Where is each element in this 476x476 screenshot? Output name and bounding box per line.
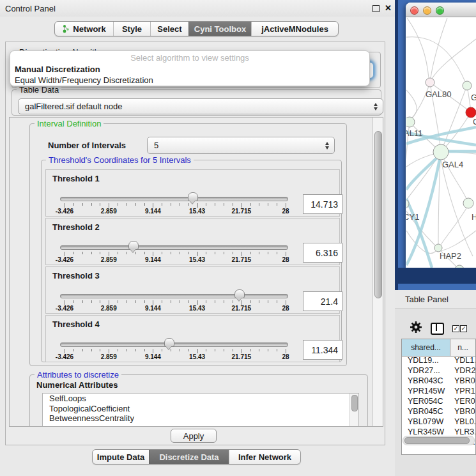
- slider-tick: [109, 349, 109, 353]
- network-window-titlebar: [406, 3, 476, 17]
- slider-tick: [153, 252, 153, 256]
- slider-tick: [215, 252, 215, 254]
- slider-tick: [259, 349, 259, 351]
- number-of-intervals-combobox[interactable]: 5: [147, 137, 335, 154]
- slider-tick: [162, 203, 162, 206]
- tab-cyni-toolbox[interactable]: Cyni Toolbox: [188, 22, 251, 36]
- table-row[interactable]: YBL079WYBL0...: [402, 417, 475, 427]
- attribute-list-item[interactable]: BetweennessCentrality: [43, 413, 358, 424]
- slider-tick: [171, 252, 171, 254]
- slider-tick: [118, 349, 118, 351]
- slider-tick: [215, 349, 215, 351]
- table-row[interactable]: YER054CYER0...: [402, 397, 475, 407]
- attribute-list-item[interactable]: TopologicalCoefficient: [43, 404, 358, 414]
- mac-close-button[interactable]: [410, 6, 418, 15]
- network-edge: [431, 18, 447, 78]
- scrollbar-thumb[interactable]: [351, 395, 358, 411]
- slider-tick: [73, 203, 74, 206]
- slider-thumb[interactable]: [128, 241, 139, 250]
- table-row[interactable]: YDL19...YDL1...: [402, 356, 475, 366]
- threshold-label: Threshold 2: [52, 222, 100, 232]
- tab-jactivemnodules[interactable]: jActiveMNodules: [251, 22, 338, 36]
- network-canvas[interactable]: GAL80GACGAL11GAL4GCY1HHAP2: [406, 18, 476, 268]
- gear-icon[interactable]: [409, 320, 423, 334]
- dropdown-option-manual[interactable]: Manual Discretization: [15, 65, 100, 74]
- tab-style[interactable]: Style: [113, 22, 150, 36]
- slider-tick: [188, 252, 189, 254]
- slider-track[interactable]: [60, 294, 288, 298]
- table-row[interactable]: YDR27...YDR2...: [402, 366, 475, 376]
- slider-tick: [73, 252, 74, 254]
- slider-tick: [250, 203, 251, 206]
- threshold-value-field[interactable]: 21.4: [303, 291, 342, 311]
- slider-thumb[interactable]: [188, 192, 198, 201]
- network-node-c[interactable]: [466, 107, 476, 118]
- mac-minimize-button[interactable]: [423, 6, 431, 15]
- tab-label: jActiveMNodules: [261, 24, 328, 34]
- threshold-value-field[interactable]: 6.316: [303, 243, 342, 263]
- slider-thumb[interactable]: [234, 289, 245, 298]
- slider-tick: [215, 203, 215, 206]
- table-row[interactable]: YBR045CYBR0...: [402, 407, 475, 417]
- apply-button[interactable]: Apply: [171, 429, 217, 443]
- slider-tick: [233, 349, 233, 351]
- close-icon[interactable]: ✕: [385, 3, 392, 13]
- tab-network[interactable]: Network: [55, 22, 113, 36]
- slider-thumb[interactable]: [164, 338, 174, 347]
- network-edge: [406, 90, 417, 118]
- tab-impute-data[interactable]: Impute Data: [93, 450, 149, 464]
- checkbox-icon[interactable]: ✓: [452, 325, 459, 332]
- slider-tick: [171, 203, 171, 206]
- slider-tick: [180, 203, 180, 206]
- slider-tick: [259, 252, 259, 254]
- tab-select[interactable]: Select: [150, 22, 188, 36]
- table-panel-title: Table Panel: [405, 295, 449, 304]
- slider-tick: [109, 300, 109, 305]
- slider-tick: [65, 349, 65, 353]
- node-attribute-table: shared... n... YDL19...YDL1...YDR27...YD…: [401, 339, 476, 455]
- table-row[interactable]: YBR043CYBR0...: [402, 376, 475, 387]
- slider-track[interactable]: [60, 197, 288, 201]
- slider-tick: [224, 349, 224, 351]
- slider-track[interactable]: [60, 245, 288, 250]
- scrollbar-thumb[interactable]: [404, 437, 470, 444]
- slider-tick: [268, 203, 268, 206]
- table-horizontal-scrollbar[interactable]: [403, 436, 475, 445]
- table-panel-body: ✓ ✓ shared... n... YDL19...YDL1...YDR27.…: [395, 309, 476, 476]
- checkbox-icon[interactable]: ✓: [460, 325, 467, 332]
- attribute-list-item[interactable]: SelfLoops: [43, 394, 358, 404]
- dropdown-option-equal-width[interactable]: Equal Width/Frequency Discretization: [15, 75, 153, 85]
- network-node-h[interactable]: [463, 198, 473, 208]
- network-edge: [441, 231, 476, 250]
- network-node-ga[interactable]: [463, 81, 472, 90]
- slider-tick: [242, 349, 242, 353]
- scrollbar-thumb[interactable]: [374, 131, 382, 298]
- table-data-selected-value: galFiltered.sif default node: [25, 102, 122, 111]
- settings-vertical-scrollbar[interactable]: [372, 118, 383, 426]
- threshold-value-field[interactable]: 14.713: [303, 194, 342, 214]
- tab-label: Cyni Toolbox: [194, 24, 246, 34]
- network-node-gal4[interactable]: [433, 144, 449, 160]
- slider-tick: [144, 349, 145, 351]
- tab-label: Select: [157, 24, 181, 34]
- slider-tick: [127, 349, 127, 351]
- tab-discretize-data[interactable]: Discretize Data: [149, 450, 229, 464]
- network-node-gal80[interactable]: [426, 78, 434, 87]
- table-data-combobox[interactable]: galFiltered.sif default node: [18, 98, 383, 114]
- column-header-name[interactable]: n...: [450, 339, 475, 356]
- column-header-shared-name[interactable]: shared...: [402, 339, 450, 356]
- slider-tick-label: -3.426: [56, 256, 73, 263]
- threshold-value-field[interactable]: 11.344: [303, 340, 342, 360]
- split-columns-icon[interactable]: [431, 323, 444, 335]
- slider-tick: [286, 203, 286, 208]
- cell-shared-name: YBR045C: [402, 407, 450, 417]
- float-window-icon[interactable]: [372, 5, 380, 12]
- slider-tick: [197, 203, 198, 208]
- slider-tick: [65, 203, 65, 208]
- network-desktop-background: GAL80GACGAL11GAL4GCY1HHAP2: [395, 0, 476, 290]
- mac-zoom-button[interactable]: [436, 6, 444, 15]
- table-row[interactable]: YPR145WYPR1...: [402, 387, 475, 397]
- tab-infer-network[interactable]: Infer Network: [229, 450, 300, 464]
- attributes-list-scrollbar[interactable]: [349, 394, 358, 427]
- network-node-gal11[interactable]: [406, 117, 415, 127]
